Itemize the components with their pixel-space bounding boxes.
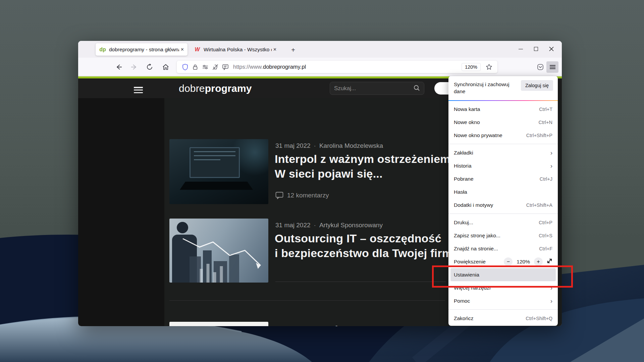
fullscreen-icon[interactable] <box>547 258 552 265</box>
tracking-protection-shield-icon[interactable] <box>180 62 190 72</box>
maximize-button[interactable] <box>528 43 544 55</box>
menu-item-shortcut: Ctrl+Shift+A <box>526 202 552 208</box>
zoom-value[interactable]: 120% <box>517 259 530 265</box>
desktop: dp dobreprogramy - strona główna ✕ W Wir… <box>0 0 644 362</box>
close-button[interactable] <box>544 43 559 55</box>
minimize-button[interactable] <box>513 43 528 55</box>
menu-item-label: Znajdź na stronie... <box>454 246 539 252</box>
menu-item-quit[interactable]: Zakończ Ctrl+Shift+Q <box>448 312 558 325</box>
menu-item-new-window[interactable]: Nowe okno Ctrl+N <box>448 116 558 129</box>
menu-item-history[interactable]: Historia › <box>448 159 558 172</box>
autoplay-blocked-icon[interactable] <box>210 62 220 72</box>
message-bubble-icon[interactable] <box>220 62 230 72</box>
new-tab-button[interactable]: + <box>289 46 298 54</box>
article-title[interactable]: Nowa wersja: TERMOCAD 8 <box>275 322 469 326</box>
menu-item-label: Pomoc <box>454 298 550 304</box>
zoom-level-badge[interactable]: 120% <box>462 63 481 71</box>
site-logo-regular: dobre <box>179 83 205 94</box>
toolbar-right <box>534 61 558 73</box>
menu-sync-header: Synchronizuj i zachowuj dane Zaloguj się <box>448 77 558 98</box>
menu-item-label: Historia <box>454 163 550 169</box>
dobreprogramy-favicon: dp <box>99 46 106 53</box>
menu-hamburger-button[interactable] <box>546 61 558 73</box>
forward-button[interactable] <box>128 61 140 73</box>
tab-bar: dp dobreprogramy - strona główna ✕ W Wir… <box>78 41 562 58</box>
meta-separator: · <box>314 142 316 149</box>
menu-item-shortcut: Ctrl+S <box>539 233 552 238</box>
menu-item-label: Pobrane <box>454 176 540 182</box>
menu-item-label: Zapisz stronę jako... <box>454 233 539 239</box>
menu-item-passwords[interactable]: Hasła <box>448 185 558 198</box>
wirtualna-polska-favicon: W <box>194 46 201 53</box>
article-meta: 31 maj 2022·Artykuł Sponsorowany <box>275 222 383 229</box>
tab-close-icon[interactable]: ✕ <box>273 47 277 52</box>
site-menu-icon[interactable] <box>134 85 143 95</box>
menu-item-label: Hasła <box>454 189 552 195</box>
article-date: 31 maj 2022 <box>275 142 311 149</box>
meta-separator: · <box>314 222 316 229</box>
menu-item-new-private-window[interactable]: Nowe okno prywatne Ctrl+Shift+P <box>448 129 558 142</box>
article-title[interactable]: Outsourcing IT – oszczędność i bezpiecze… <box>275 231 469 260</box>
firefox-app-menu: Synchronizuj i zachowuj dane Zaloguj się… <box>448 76 558 326</box>
site-logo-bold: programy <box>205 83 252 94</box>
permissions-sliders-icon[interactable] <box>200 62 210 72</box>
menu-divider <box>448 214 558 214</box>
menu-divider <box>448 144 558 144</box>
reload-button[interactable] <box>144 61 155 73</box>
article-thumbnail[interactable] <box>169 322 268 326</box>
browser-toolbar: https://www.dobreprogramy.pl 120% <box>78 58 562 76</box>
menu-item-print[interactable]: Drukuj... Ctrl+P <box>448 216 558 229</box>
article-author[interactable]: Karolina Modzelewska <box>319 142 383 149</box>
sync-gradient-divider <box>448 100 558 101</box>
article-divider <box>275 282 446 282</box>
menu-item-label: Nowe okno <box>454 119 539 125</box>
search-icon <box>413 84 420 93</box>
comment-bubble-icon <box>275 192 283 199</box>
submenu-chevron-icon: › <box>550 163 552 169</box>
search-input[interactable] <box>334 85 413 92</box>
url-bar[interactable]: https://www.dobreprogramy.pl 120% <box>177 61 497 73</box>
url-scheme: https://www. <box>233 64 263 70</box>
zoom-in-button[interactable]: + <box>534 257 543 266</box>
menu-item-shortcut: Ctrl+N <box>539 120 553 125</box>
menu-item-bookmarks[interactable]: Zakładki › <box>448 146 558 159</box>
bookmark-star-icon[interactable] <box>484 62 494 72</box>
section-divider <box>169 300 445 301</box>
pocket-icon[interactable] <box>534 61 546 73</box>
tab-wirtualna-polska[interactable]: W Wirtualna Polska - Wszystko co ✕ <box>190 43 280 56</box>
home-button[interactable] <box>160 61 171 73</box>
zoom-out-button[interactable]: − <box>504 257 513 266</box>
tab-dobreprogramy[interactable]: dp dobreprogramy - strona główna ✕ <box>96 43 187 56</box>
menu-item-label: Drukuj... <box>454 220 539 226</box>
menu-item-shortcut: Ctrl+F <box>539 246 552 251</box>
menu-item-shortcut: Ctrl+J <box>540 176 552 182</box>
back-button[interactable] <box>113 61 124 73</box>
site-search[interactable] <box>330 82 424 95</box>
menu-item-help[interactable]: Pomoc › <box>448 294 558 307</box>
article-meta: 31 maj 2022·Karolina Modzelewska <box>275 142 383 149</box>
article-thumbnail[interactable] <box>169 219 268 283</box>
lock-icon[interactable] <box>190 62 200 72</box>
window-controls <box>513 43 559 55</box>
sign-in-button[interactable]: Zaloguj się <box>521 80 553 91</box>
site-logo[interactable]: dobreprogramy <box>179 83 252 94</box>
article-comments[interactable]: 12 komentarzy <box>275 192 329 199</box>
menu-item-addons[interactable]: Dodatki i motywy Ctrl+Shift+A <box>448 198 558 212</box>
tab-close-icon[interactable]: ✕ <box>180 47 184 52</box>
article-thumbnail[interactable] <box>169 139 268 204</box>
menu-item-new-tab[interactable]: Nowa karta Ctrl+T <box>448 103 558 116</box>
menu-item-label: Dodatki i motywy <box>454 202 526 208</box>
menu-item-shortcut: Ctrl+Shift+P <box>526 133 552 138</box>
menu-item-label: Zakładki <box>454 150 550 156</box>
menu-item-find-in-page[interactable]: Znajdź na stronie... Ctrl+F <box>448 242 558 255</box>
menu-item-label: Powiększenie <box>454 259 504 265</box>
menu-item-label: Nowe okno prywatne <box>454 132 526 138</box>
article-title[interactable]: Interpol z ważnym ostrzeżeniem. W sieci … <box>275 152 463 181</box>
menu-item-save-page[interactable]: Zapisz stronę jako... Ctrl+S <box>448 229 558 242</box>
comments-label: 12 komentarzy <box>287 192 329 199</box>
tab-title: Wirtualna Polska - Wszystko co <box>204 47 272 53</box>
menu-item-downloads[interactable]: Pobrane Ctrl+J <box>448 172 558 185</box>
article-author[interactable]: Artykuł Sponsorowany <box>319 222 383 229</box>
url-text: https://www.dobreprogramy.pl <box>233 64 462 70</box>
menu-item-shortcut: Ctrl+T <box>539 107 552 112</box>
